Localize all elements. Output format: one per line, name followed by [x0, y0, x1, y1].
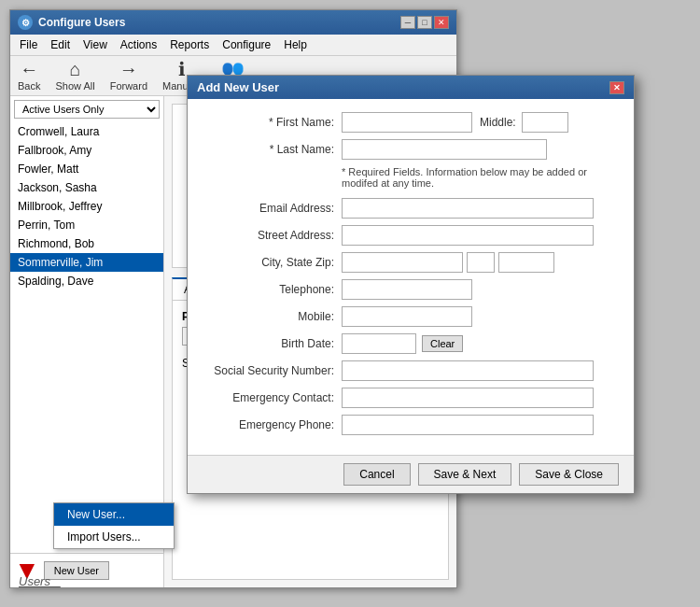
email-input[interactable]: [342, 198, 594, 219]
dialog-content: * First Name: Middle: * Last Name: * Req…: [188, 99, 634, 455]
popup-import-users[interactable]: Import Users...: [54, 526, 174, 548]
filter-dropdown: Active Users Only: [14, 100, 160, 119]
app-icon: ⚙: [18, 15, 33, 30]
first-name-row: * First Name: Middle:: [206, 112, 615, 133]
dialog-footer: Cancel Save & Next Save & Close: [188, 455, 634, 493]
user-item-fallbrook[interactable]: Fallbrook, Amy: [10, 141, 163, 160]
back-button[interactable]: ← Back: [18, 60, 40, 92]
middle-label: Middle:: [480, 116, 516, 129]
zip-input[interactable]: [498, 252, 554, 273]
first-name-input[interactable]: [342, 112, 472, 133]
street-address-label: Street Address:: [206, 229, 342, 242]
user-list: Cromwell, Laura Fallbrook, Amy Fowler, M…: [10, 122, 163, 553]
last-name-row: * Last Name:: [206, 139, 615, 160]
user-item-perrin[interactable]: Perrin, Tom: [10, 216, 163, 234]
ssn-label: Social Security Number:: [206, 364, 342, 377]
mobile-input[interactable]: [342, 306, 472, 327]
street-row: Street Address:: [206, 225, 615, 246]
birthdate-row: Birth Date: Clear: [206, 333, 615, 354]
last-name-label: * Last Name:: [206, 143, 342, 156]
close-button[interactable]: ✕: [434, 16, 449, 29]
emergency-phone-input[interactable]: [342, 415, 594, 435]
popup-new-user[interactable]: New User...: [54, 503, 174, 526]
popup-menu: New User... Import Users...: [53, 502, 175, 549]
clear-button[interactable]: Clear: [422, 335, 463, 352]
menu-edit[interactable]: Edit: [45, 36, 76, 53]
ssn-input[interactable]: [342, 360, 594, 381]
main-title-bar: ⚙ Configure Users ─ □ ✕: [10, 10, 456, 35]
dialog-title: Add New User: [197, 80, 279, 94]
required-note: * Required Fields. Information below may…: [206, 166, 615, 189]
users-bottom-label: Users _: [19, 574, 61, 588]
user-item-jackson[interactable]: Jackson, Sasha: [10, 178, 163, 197]
last-name-input[interactable]: [342, 139, 547, 160]
user-item-sommerville[interactable]: Sommerville, Jim: [10, 253, 163, 272]
first-name-label: * First Name:: [206, 116, 342, 129]
show-all-button[interactable]: ⌂ Show All: [55, 60, 94, 92]
dialog-close-button[interactable]: ✕: [609, 81, 624, 94]
emergency-contact-input[interactable]: [342, 388, 594, 408]
emergency-phone-row: Emergency Phone:: [206, 415, 615, 435]
email-address-label: Email Address:: [206, 202, 342, 215]
user-item-richmond[interactable]: Richmond, Bob: [10, 234, 163, 253]
add-user-dialog: Add New User ✕ * First Name: Middle: * L…: [187, 75, 635, 494]
emergency-phone-label: Emergency Phone:: [206, 418, 342, 431]
forward-button[interactable]: → Forward: [110, 60, 147, 92]
telephone-input[interactable]: [342, 279, 472, 300]
email-row: Email Address:: [206, 198, 615, 219]
menu-file[interactable]: File: [14, 36, 43, 53]
state-input[interactable]: [467, 252, 495, 273]
menu-help[interactable]: Help: [278, 36, 313, 53]
user-item-spalding[interactable]: Spalding, Dave: [10, 272, 163, 290]
forward-label: Forward: [110, 80, 147, 92]
menu-reports[interactable]: Reports: [164, 36, 215, 53]
manuals-icon: ℹ: [178, 60, 186, 78]
telephone-label: Telephone:: [206, 283, 342, 296]
emergency-contact-label: Emergency Contact:: [206, 391, 342, 404]
save-next-button[interactable]: Save & Next: [418, 463, 512, 486]
show-all-icon: ⌂: [70, 60, 81, 78]
cancel-button[interactable]: Cancel: [343, 463, 410, 486]
menu-configure[interactable]: Configure: [217, 36, 276, 53]
user-item-fowler[interactable]: Fowler, Matt: [10, 160, 163, 178]
mobile-dialog-label: Mobile:: [206, 310, 342, 323]
title-controls: ─ □ ✕: [400, 16, 449, 29]
telephone-row: Telephone:: [206, 279, 615, 300]
maximize-button[interactable]: □: [417, 16, 432, 29]
emergency-contact-row: Emergency Contact:: [206, 388, 615, 408]
birthdate-label: Birth Date:: [206, 337, 342, 350]
street-input[interactable]: [342, 225, 594, 246]
back-label: Back: [18, 80, 40, 92]
city-input[interactable]: [342, 252, 463, 273]
back-icon: ←: [20, 60, 38, 78]
show-all-label: Show All: [55, 80, 94, 92]
menu-actions[interactable]: Actions: [115, 36, 162, 53]
birthdate-input[interactable]: [342, 333, 416, 354]
menu-bar: File Edit View Actions Reports Configure…: [10, 35, 456, 56]
dialog-title-bar: Add New User ✕: [188, 76, 634, 99]
minimize-button[interactable]: ─: [400, 16, 415, 29]
save-close-button[interactable]: Save & Close: [519, 463, 619, 486]
city-state-zip-label: City, State Zip:: [206, 256, 342, 269]
ssn-row: Social Security Number:: [206, 360, 615, 381]
menu-view[interactable]: View: [77, 36, 113, 53]
main-window-title: Configure Users: [38, 16, 125, 29]
forward-icon: →: [119, 60, 138, 78]
city-state-zip-row: City, State Zip:: [206, 252, 615, 273]
title-bar-left: ⚙ Configure Users: [18, 15, 125, 30]
user-item-cromwell[interactable]: Cromwell, Laura: [10, 122, 163, 141]
user-item-millbrook[interactable]: Millbrook, Jeffrey: [10, 197, 163, 216]
middle-input[interactable]: [522, 112, 568, 133]
mobile-row: Mobile:: [206, 306, 615, 327]
filter-select[interactable]: Active Users Only: [14, 100, 160, 119]
